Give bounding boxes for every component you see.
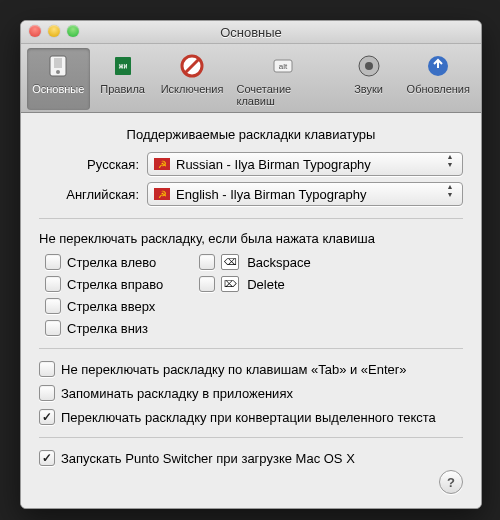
update-icon <box>422 50 454 82</box>
delete-key-icon: ⌦ <box>221 276 239 292</box>
check-label: Стрелка вверх <box>67 299 155 314</box>
check-label: Стрелка влево <box>67 255 156 270</box>
divider <box>39 218 463 219</box>
tab-label: Звуки <box>354 83 383 95</box>
check-label: Стрелка вправо <box>67 277 163 292</box>
toolbar: Основные жи Правила Исключения alt Сочет… <box>21 44 481 113</box>
traffic-lights <box>29 25 79 37</box>
checkbox-convert-selection[interactable] <box>39 409 55 425</box>
tab-rules[interactable]: жи Правила <box>92 48 154 110</box>
window-title: Основные <box>220 25 282 40</box>
close-icon[interactable] <box>29 25 41 37</box>
checkbox-arrow-left[interactable] <box>45 254 61 270</box>
hammer-sickle-icon: ☭ <box>154 158 170 170</box>
tab-sounds[interactable]: Звуки <box>338 48 400 110</box>
svg-point-2 <box>56 70 60 74</box>
preferences-window: Основные Основные жи Правила Исключения … <box>20 20 482 509</box>
select-value: English - Ilya Birman Typography <box>176 187 367 202</box>
russian-layout-select[interactable]: ☭ Russian - Ilya Birman Typography ▲▼ <box>147 152 463 176</box>
book-icon: жи <box>107 50 139 82</box>
speaker-icon <box>353 50 385 82</box>
zoom-icon[interactable] <box>67 25 79 37</box>
russian-label: Русская: <box>39 157 147 172</box>
check-label: Не переключать раскладку по клавишам «Ta… <box>61 362 406 377</box>
check-label: Стрелка вниз <box>67 321 148 336</box>
english-layout-select[interactable]: ☭ English - Ilya Birman Typography ▲▼ <box>147 182 463 206</box>
english-label: Английская: <box>39 187 147 202</box>
divider <box>39 437 463 438</box>
svg-text:☭: ☭ <box>158 159 167 170</box>
tab-label: Правила <box>100 83 145 95</box>
check-label: Переключать раскладку при конвертации вы… <box>61 410 436 425</box>
tab-label: Исключения <box>161 83 224 95</box>
tab-label: Сочетание клавиш <box>236 83 329 107</box>
checkbox-delete[interactable] <box>199 276 215 292</box>
help-button[interactable]: ? <box>439 470 463 494</box>
checkbox-arrow-down[interactable] <box>45 320 61 336</box>
check-label: Запоминать раскладку в приложениях <box>61 386 293 401</box>
tab-shortcuts[interactable]: alt Сочетание клавиш <box>230 48 335 110</box>
svg-point-10 <box>365 62 373 70</box>
titlebar[interactable]: Основные <box>21 21 481 44</box>
checkbox-launch-on-boot[interactable] <box>39 450 55 466</box>
layouts-heading: Поддерживаемые раскладки клавиатуры <box>39 127 463 142</box>
switch-icon <box>42 50 74 82</box>
content-pane: Поддерживаемые раскладки клавиатуры Русс… <box>21 113 481 508</box>
select-value: Russian - Ilya Birman Typography <box>176 157 371 172</box>
check-label: Delete <box>247 277 285 292</box>
svg-text:alt: alt <box>279 62 288 71</box>
tab-general[interactable]: Основные <box>27 48 90 110</box>
minimize-icon[interactable] <box>48 25 60 37</box>
tab-exceptions[interactable]: Исключения <box>156 48 229 110</box>
tab-label: Основные <box>32 83 84 95</box>
check-label: Backspace <box>247 255 311 270</box>
tab-label: Обновления <box>407 83 470 95</box>
svg-text:☭: ☭ <box>158 189 167 200</box>
checkbox-arrow-right[interactable] <box>45 276 61 292</box>
checkbox-tab-enter[interactable] <box>39 361 55 377</box>
checkbox-remember-app[interactable] <box>39 385 55 401</box>
checkbox-backspace[interactable] <box>199 254 215 270</box>
chevron-up-down-icon: ▲▼ <box>442 154 458 168</box>
svg-rect-1 <box>54 58 62 68</box>
checkbox-arrow-up[interactable] <box>45 298 61 314</box>
hammer-sickle-icon: ☭ <box>154 188 170 200</box>
keyboard-icon: alt <box>267 50 299 82</box>
check-label: Запускать Punto Switcher при загрузке Ma… <box>61 451 355 466</box>
skip-keys-heading: Не переключать раскладку, если была нажа… <box>39 231 463 246</box>
tab-updates[interactable]: Обновления <box>402 48 475 110</box>
divider <box>39 348 463 349</box>
svg-text:жи: жи <box>118 62 127 69</box>
chevron-up-down-icon: ▲▼ <box>442 184 458 198</box>
forbidden-icon <box>176 50 208 82</box>
backspace-key-icon: ⌫ <box>221 254 239 270</box>
